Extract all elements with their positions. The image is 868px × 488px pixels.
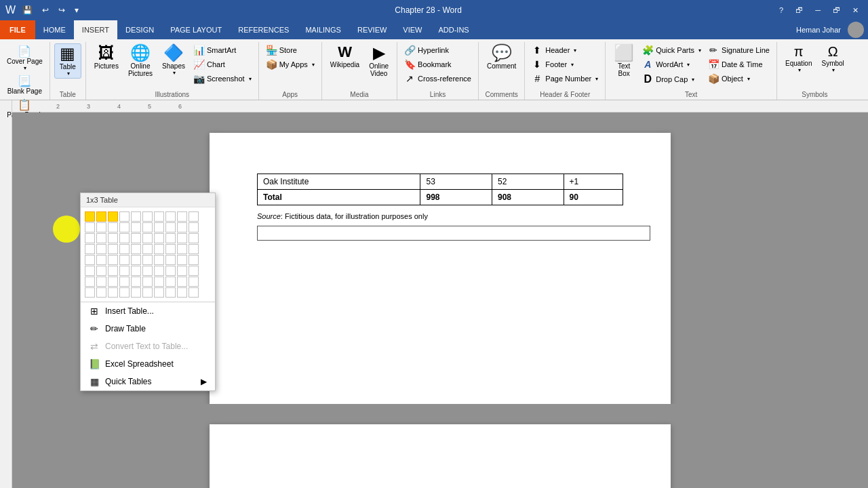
table-grid[interactable]: [81, 207, 215, 302]
grid-cell[interactable]: [131, 233, 141, 243]
grid-cell[interactable]: [96, 287, 106, 298]
quick-undo-btn[interactable]: ↩: [39, 4, 52, 16]
grid-cell[interactable]: [131, 222, 141, 232]
tab-page-layout[interactable]: PAGE LAYOUT: [162, 20, 230, 39]
grid-cell[interactable]: [108, 266, 118, 276]
grid-cell[interactable]: [119, 222, 130, 232]
cover-page-btn[interactable]: 📄 Cover Page ▾: [4, 43, 45, 73]
wikipedia-btn[interactable]: W Wikipedia: [326, 43, 363, 70]
header-btn[interactable]: ⬆ Header ▾: [529, 43, 601, 57]
grid-cell[interactable]: [189, 244, 199, 254]
grid-cell[interactable]: [177, 222, 187, 232]
tab-references[interactable]: REFERENCES: [230, 20, 297, 39]
grid-cell[interactable]: [165, 222, 176, 232]
grid-cell[interactable]: [189, 277, 199, 287]
my-apps-btn[interactable]: 📦 My Apps ▾: [263, 58, 317, 71]
tab-home[interactable]: HOME: [35, 20, 74, 39]
quick-tables-item[interactable]: ▦ Quick Tables ▶: [81, 373, 215, 390]
footer-btn[interactable]: ⬇ Footer ▾: [529, 58, 601, 71]
grid-cell[interactable]: [177, 233, 187, 243]
date-time-btn[interactable]: 📅 Date & Time: [705, 58, 772, 71]
grid-cell[interactable]: [131, 277, 141, 287]
grid-cell[interactable]: [142, 233, 153, 243]
excel-spreadsheet-item[interactable]: 📗 Excel Spreadsheet: [81, 355, 215, 373]
grid-cell[interactable]: [96, 266, 106, 276]
table-btn[interactable]: ▦ Table ▾: [54, 43, 81, 79]
grid-cell[interactable]: [165, 277, 176, 287]
grid-cell[interactable]: [165, 233, 176, 243]
screenshot-btn[interactable]: 📷 Screenshot ▾: [191, 72, 254, 85]
grid-cell[interactable]: [131, 287, 141, 298]
grid-cell[interactable]: [142, 287, 153, 298]
grid-cell[interactable]: [85, 211, 95, 222]
tab-insert[interactable]: INSERT: [74, 20, 117, 39]
grid-cell[interactable]: [177, 277, 187, 287]
grid-cell[interactable]: [165, 211, 176, 222]
grid-cell[interactable]: [165, 244, 176, 254]
smartart-btn[interactable]: 📊 SmartArt: [191, 43, 254, 57]
minimize-btn[interactable]: ─: [811, 5, 825, 16]
grid-cell[interactable]: [165, 287, 176, 298]
text-box-btn[interactable]: ⬜ TextBox: [610, 43, 638, 79]
grid-cell[interactable]: [142, 244, 153, 254]
grid-cell[interactable]: [108, 211, 118, 222]
comment-btn[interactable]: 💬 Comment: [483, 43, 520, 71]
draw-table-item[interactable]: ✏ Draw Table: [81, 320, 215, 338]
grid-cell[interactable]: [119, 255, 130, 265]
grid-cell[interactable]: [96, 233, 106, 243]
wordart-btn[interactable]: A WordArt ▾: [639, 58, 704, 71]
chart-btn[interactable]: 📈 Chart: [191, 58, 254, 71]
grid-cell[interactable]: [165, 266, 176, 276]
grid-cell[interactable]: [154, 233, 164, 243]
quick-save-btn[interactable]: 💾: [20, 4, 35, 16]
grid-cell[interactable]: [189, 266, 199, 276]
quick-customize-btn[interactable]: ▾: [72, 4, 81, 16]
tab-design[interactable]: DESIGN: [117, 20, 162, 39]
grid-cell[interactable]: [154, 255, 164, 265]
grid-cell[interactable]: [85, 277, 95, 287]
grid-cell[interactable]: [108, 222, 118, 232]
grid-cell[interactable]: [189, 287, 199, 298]
shapes-btn[interactable]: 🔷 Shapes ▾: [158, 43, 189, 77]
grid-cell[interactable]: [142, 255, 153, 265]
quick-parts-btn[interactable]: 🧩 Quick Parts ▾: [639, 43, 704, 57]
grid-cell[interactable]: [96, 222, 106, 232]
tab-view[interactable]: VIEW: [395, 20, 430, 39]
grid-cell[interactable]: [154, 266, 164, 276]
bookmark-btn[interactable]: 🔖 Bookmark: [401, 58, 474, 71]
grid-cell[interactable]: [119, 233, 130, 243]
grid-cell[interactable]: [119, 211, 130, 222]
quick-redo-btn[interactable]: ↪: [56, 4, 68, 16]
grid-cell[interactable]: [108, 287, 118, 298]
close-btn[interactable]: ✕: [848, 5, 863, 16]
insert-table-item[interactable]: ⊞ Insert Table...: [81, 302, 215, 320]
object-btn[interactable]: 📦 Object ▾: [705, 72, 772, 85]
restore-btn[interactable]: 🗗: [829, 5, 844, 16]
doc-area[interactable]: 1x3 Table ⊞ Insert Table... ✏ Draw Table…: [12, 113, 868, 488]
tab-mailings[interactable]: MAILINGS: [297, 20, 349, 39]
grid-cell[interactable]: [142, 211, 153, 222]
grid-cell[interactable]: [154, 287, 164, 298]
grid-cell[interactable]: [177, 244, 187, 254]
signature-line-btn[interactable]: ✏ Signature Line: [705, 43, 772, 57]
grid-cell[interactable]: [177, 266, 187, 276]
grid-cell[interactable]: [189, 211, 199, 222]
grid-cell[interactable]: [177, 287, 187, 298]
grid-cell[interactable]: [85, 255, 95, 265]
hyperlink-btn[interactable]: 🔗 Hyperlink: [401, 43, 474, 57]
grid-cell[interactable]: [119, 244, 130, 254]
grid-cell[interactable]: [131, 255, 141, 265]
grid-cell[interactable]: [142, 222, 153, 232]
store-btn[interactable]: 🏪 Store: [263, 43, 317, 57]
grid-cell[interactable]: [108, 255, 118, 265]
tab-file[interactable]: FILE: [0, 20, 35, 39]
help-btn[interactable]: ?: [775, 5, 787, 16]
symbol-btn[interactable]: Ω Symbol ▾: [817, 43, 848, 75]
grid-cell[interactable]: [154, 277, 164, 287]
online-pictures-btn[interactable]: 🌐 OnlinePictures: [124, 43, 157, 79]
grid-cell[interactable]: [154, 244, 164, 254]
grid-cell[interactable]: [85, 266, 95, 276]
grid-cell[interactable]: [131, 244, 141, 254]
ribbon-collapse-btn[interactable]: 🗗: [791, 5, 807, 16]
grid-cell[interactable]: [119, 277, 130, 287]
